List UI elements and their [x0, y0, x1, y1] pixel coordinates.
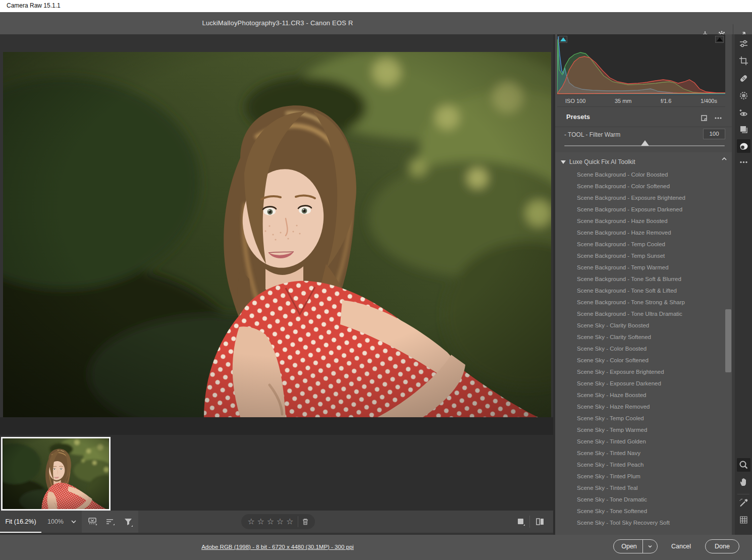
preset-item[interactable]: Scene Background - Tone Soft & Blurred: [555, 273, 732, 285]
preset-item[interactable]: Scene Background - Temp Warmed: [555, 262, 732, 273]
exif-aperture: f/1.6: [661, 98, 671, 104]
preset-item[interactable]: Scene Sky - Tool Sky Recovery Soft: [555, 517, 732, 529]
exif-shutter: 1/400s: [701, 98, 717, 104]
preset-item[interactable]: Scene Background - Haze Boosted: [555, 215, 732, 227]
preset-item[interactable]: Scene Sky - Tinted Plum: [555, 471, 732, 482]
group-expand-icon[interactable]: [561, 160, 566, 164]
sort-order-icon[interactable]: [102, 515, 118, 529]
zoom-level-dropdown-icon[interactable]: [69, 517, 79, 527]
white-balance-eyedropper-icon[interactable]: [737, 496, 750, 510]
preset-item[interactable]: Scene Background - Haze Removed: [555, 227, 732, 239]
preset-item[interactable]: Scene Sky - Tinted Golden: [555, 436, 732, 447]
rating-divider: [298, 516, 298, 527]
open-options-chevron-icon[interactable]: [643, 543, 657, 550]
preset-amount-row: - TOOL - Filter Warm 100: [555, 127, 732, 152]
exif-iso: ISO 100: [565, 98, 585, 104]
preset-item[interactable]: Scene Background - Tone Soft & Lifted: [555, 285, 732, 297]
before-after-icon[interactable]: [534, 516, 546, 528]
done-button-label: Done: [715, 543, 730, 550]
filmstrip-view-icon[interactable]: [85, 515, 100, 529]
red-eye-tool-icon[interactable]: [737, 106, 750, 120]
preset-item[interactable]: Scene Background - Temp Cooled: [555, 239, 732, 250]
preset-item[interactable]: Scene Sky - Temp Cooled: [555, 413, 732, 424]
histogram: [557, 34, 725, 95]
preset-amount-slider-thumb[interactable]: [641, 140, 649, 146]
workflow-options-link[interactable]: Adobe RGB (1998) - 8 bit - 6720 x 4480 (…: [201, 544, 354, 550]
preview-mode-icon[interactable]: [515, 516, 527, 528]
preset-item[interactable]: Scene Sky - Tone Softened: [555, 506, 732, 517]
shadow-clipping-icon[interactable]: [559, 36, 567, 43]
highlight-clipping-icon[interactable]: [715, 36, 724, 43]
hand-tool-icon[interactable]: [737, 475, 750, 489]
preset-group-header[interactable]: Luxe Quick Fix AI Toolkit: [555, 156, 732, 168]
tools-divider: [737, 494, 749, 494]
preset-item[interactable]: Scene Sky - Exposure Brightened: [555, 366, 732, 378]
zoom-tool-icon[interactable]: [737, 458, 750, 472]
exif-focal-length: 35 mm: [615, 98, 632, 104]
preset-item[interactable]: Scene Background - Temp Sunset: [555, 250, 732, 262]
histogram-graph: [557, 34, 725, 95]
preset-item[interactable]: Scene Sky - Tinted Peach: [555, 459, 732, 471]
preset-item[interactable]: Scene Background - Exposure Darkened: [555, 204, 732, 215]
preset-item[interactable]: Scene Sky - Tinted Navy: [555, 447, 732, 459]
preset-item[interactable]: Scene Sky - Tinted Teal: [555, 482, 732, 494]
preset-item[interactable]: Scene Background - Exposure Brightened: [555, 192, 732, 204]
canvas-lower-strip: [0, 417, 555, 435]
preset-item[interactable]: Scene Sky - Temp Warmed: [555, 424, 732, 436]
snapshots-icon[interactable]: [737, 123, 750, 136]
rating-pill: ☆ ☆ ☆ ☆ ☆: [241, 514, 315, 529]
preset-item[interactable]: Scene Sky - Tone Dramatic: [555, 494, 732, 506]
zoom-fit-tab[interactable]: Fit (16.2%): [0, 511, 41, 533]
star-rating-2-icon[interactable]: ☆: [256, 514, 265, 529]
preset-filter-label: - TOOL - Filter Warm: [564, 131, 620, 138]
star-rating-3-icon[interactable]: ☆: [265, 514, 275, 529]
star-rating-1-icon[interactable]: ☆: [246, 514, 256, 529]
preset-amount-value[interactable]: 100: [703, 129, 725, 139]
main-photo[interactable]: [3, 52, 551, 417]
crop-tool-icon[interactable]: [737, 54, 750, 68]
more-tools-icon[interactable]: [737, 155, 750, 169]
grid-overlay-icon[interactable]: [737, 513, 750, 527]
filmstrip-thumbnail-selected[interactable]: [1, 437, 111, 511]
app-header: LuckiMalloyPhotography3-11.CR3 - Canon E…: [0, 12, 752, 34]
preset-item[interactable]: Scene Sky - Clarity Softened: [555, 331, 732, 343]
preset-list-scrollbar[interactable]: [725, 309, 731, 372]
scroll-up-icon[interactable]: [721, 154, 729, 160]
preset-item[interactable]: Scene Background - Tone Strong & Sharp: [555, 297, 732, 308]
presets-menu-icon[interactable]: [712, 112, 724, 124]
preset-item[interactable]: Scene Sky - Haze Removed: [555, 401, 732, 413]
presets-tool-icon[interactable]: [737, 139, 750, 153]
edit-sliders-icon[interactable]: [737, 37, 750, 50]
preset-group-label: Luxe Quick Fix AI Toolkit: [569, 156, 635, 168]
done-button[interactable]: Done: [705, 539, 739, 553]
exif-info-row: ISO 100 35 mm f/1.6 1/400s: [557, 95, 725, 107]
cancel-button[interactable]: Cancel: [667, 539, 695, 553]
filter-funnel-icon[interactable]: [121, 515, 136, 529]
window-titlebar: Camera Raw 15.1.1: [0, 0, 752, 12]
thumbnail-photo: [3, 438, 109, 509]
preset-list: Luxe Quick Fix AI Toolkit Scene Backgrou…: [555, 152, 732, 560]
document-title: LuckiMalloyPhotography3-11.CR3 - Canon E…: [0, 12, 555, 34]
open-button-label[interactable]: Open: [614, 543, 642, 550]
masking-tool-icon[interactable]: [737, 89, 750, 102]
preset-item[interactable]: Scene Sky - Color Softened: [555, 355, 732, 366]
preset-item[interactable]: Scene Background - Color Softened: [555, 181, 732, 192]
trash-icon[interactable]: [301, 514, 310, 529]
create-preset-icon[interactable]: [698, 112, 710, 124]
footer-bar: Adobe RGB (1998) - 8 bit - 6720 x 4480 (…: [0, 535, 752, 560]
presets-panel-header: Presets: [555, 108, 732, 127]
preset-item[interactable]: Scene Sky - Clarity Boosted: [555, 320, 732, 331]
preset-item[interactable]: Scene Background - Color Boosted: [555, 169, 732, 181]
preset-item[interactable]: Scene Sky - Haze Boosted: [555, 389, 732, 401]
zoom-100-tab[interactable]: 100%: [42, 511, 69, 533]
zoombar-divider: [529, 516, 530, 528]
healing-brush-icon[interactable]: [737, 72, 750, 85]
star-rating-4-icon[interactable]: ☆: [275, 514, 285, 529]
preset-item[interactable]: Scene Background - Tone Ultra Dramatic: [555, 308, 732, 320]
zoom-toolbar: Fit (16.2%) 100% ☆ ☆ ☆ ☆ ☆: [0, 511, 555, 533]
star-rating-5-icon[interactable]: ☆: [285, 514, 295, 529]
preset-item[interactable]: Scene Sky - Color Boosted: [555, 343, 732, 355]
preset-item[interactable]: Scene Sky - Exposure Darkened: [555, 378, 732, 389]
filmstrip: [0, 435, 555, 511]
open-button[interactable]: Open: [613, 539, 658, 553]
